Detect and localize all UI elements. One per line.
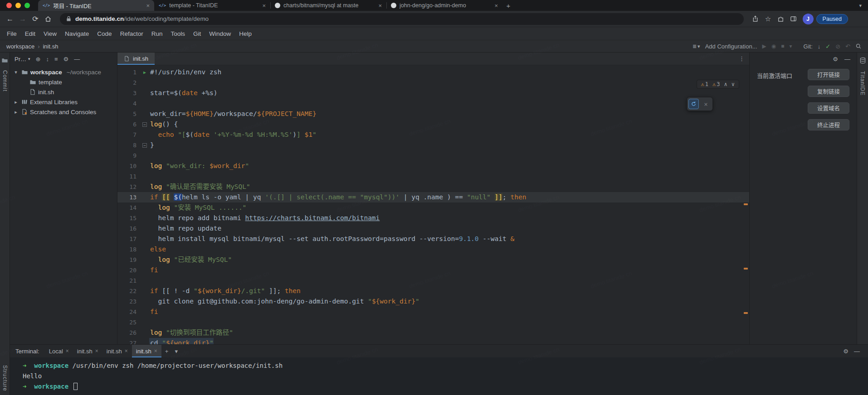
code-line[interactable]: 2: [117, 77, 749, 88]
paused-badge[interactable]: Paused: [816, 14, 848, 24]
database-tool-window-button[interactable]: [859, 57, 866, 64]
close-window-button[interactable]: [6, 3, 12, 8]
commit-tool-window-button[interactable]: Commit: [2, 70, 8, 92]
browser-tab[interactable]: </>项目 - TitanIDE×: [38, 0, 154, 11]
code-line[interactable]: 21: [117, 275, 749, 286]
scrollbar-mark[interactable]: [744, 312, 748, 314]
editor-tab-init-sh[interactable]: init.sh: [117, 53, 155, 65]
code-line[interactable]: 20fi: [117, 265, 749, 275]
browser-tab[interactable]: </>template - TitanIDE×: [154, 0, 270, 11]
terminal-tab[interactable]: Local×: [45, 345, 73, 357]
tree-item-init-sh[interactable]: init.sh: [10, 87, 117, 97]
editor-tab-options-icon[interactable]: ⋮: [739, 55, 745, 62]
chevron-right-icon[interactable]: ▸: [13, 109, 19, 115]
close-tab-icon[interactable]: ×: [66, 348, 69, 354]
run-button[interactable]: ▶: [762, 43, 766, 49]
locate-file-button[interactable]: ⊕: [36, 56, 41, 63]
browser-tab[interactable]: charts/bitnami/mysql at maste×: [270, 0, 386, 11]
panel-settings-button[interactable]: ⚙: [63, 56, 69, 63]
kill-process-button[interactable]: 终止进程: [808, 119, 849, 130]
minimize-window-button[interactable]: [15, 3, 21, 8]
terminal-dropdown-icon[interactable]: ▾: [172, 348, 180, 355]
maximize-window-button[interactable]: [24, 3, 30, 8]
code-line[interactable]: 13if [[ $(helm ls -o yaml | yq '(.[] | s…: [117, 192, 749, 202]
home-button[interactable]: [42, 13, 54, 25]
close-tab-icon[interactable]: ×: [125, 348, 128, 354]
terminal-tab[interactable]: init.sh×: [132, 345, 161, 357]
menu-edit[interactable]: Edit: [21, 27, 39, 40]
close-icon[interactable]: ×: [701, 99, 711, 109]
fold-marker-icon[interactable]: −: [140, 140, 149, 150]
tab-overflow-chevron-icon[interactable]: ▾: [859, 3, 864, 9]
menu-tools[interactable]: Tools: [166, 27, 189, 40]
reload-button[interactable]: ⟳: [29, 13, 42, 25]
menu-view[interactable]: View: [39, 27, 61, 40]
close-tab-icon[interactable]: ×: [494, 2, 498, 9]
debug-button[interactable]: ◉: [771, 43, 776, 49]
tree-item-workspace[interactable]: ▾workspace~/workspace: [10, 67, 117, 77]
search-everywhere-button[interactable]: [855, 43, 862, 49]
menu-navigate[interactable]: Navigate: [61, 27, 93, 40]
close-tab-icon[interactable]: ×: [95, 348, 98, 354]
copy-link-button[interactable]: 复制链接: [808, 86, 849, 97]
terminal-tab[interactable]: init.sh×: [102, 345, 132, 357]
panel-settings-icon[interactable]: ⚙: [833, 56, 838, 63]
menu-file[interactable]: File: [3, 27, 21, 40]
code-line[interactable]: 9: [117, 150, 749, 161]
code-line[interactable]: 19 log "已经安装 MySQL": [117, 255, 749, 265]
close-tab-icon[interactable]: ×: [378, 2, 382, 9]
run-script-icon[interactable]: ▶: [140, 67, 149, 77]
refresh-button[interactable]: [688, 99, 699, 109]
code-line[interactable]: 17 helm install mysql bitnami/mysql --se…: [117, 234, 749, 244]
hide-panel-button[interactable]: —: [74, 56, 80, 63]
more-run-actions-chevron-icon[interactable]: ▾: [790, 43, 792, 49]
menu-code[interactable]: Code: [93, 27, 116, 40]
project-view-selector[interactable]: Pr…▾: [15, 56, 30, 63]
code-line[interactable]: 23 git clone git@github.com:john-deng/go…: [117, 296, 749, 307]
code-line[interactable]: 8−}: [117, 140, 749, 150]
code-line[interactable]: 3start=$(date +%s): [117, 88, 749, 98]
fold-marker-icon[interactable]: −: [140, 119, 149, 130]
code-line[interactable]: 18else: [117, 244, 749, 255]
titanide-tool-window-button[interactable]: TitanIDE: [859, 71, 866, 96]
terminal-tab[interactable]: init.sh×: [73, 345, 102, 357]
scrollbar-mark[interactable]: [744, 268, 748, 270]
tree-item-external-libraries[interactable]: ▸External Libraries: [10, 97, 117, 107]
code-line[interactable]: 6−log() {: [117, 119, 749, 130]
add-configuration-button[interactable]: Add Configuration...: [705, 43, 757, 50]
code-line[interactable]: 12log "确认是否需要安装 MySQL": [117, 182, 749, 192]
scrollbar-mark[interactable]: [744, 203, 748, 205]
git-update-button[interactable]: ↓: [818, 43, 821, 50]
back-button[interactable]: ←: [4, 13, 16, 25]
open-link-button[interactable]: 打开链接: [808, 69, 849, 80]
close-tab-icon[interactable]: ×: [154, 348, 157, 354]
breadcrumb-file[interactable]: init.sh: [43, 43, 58, 50]
stop-button[interactable]: ■: [781, 43, 784, 49]
structure-tool-window-button[interactable]: Structure: [2, 365, 8, 391]
new-terminal-button[interactable]: +: [162, 348, 171, 355]
code-line[interactable]: 11: [117, 171, 749, 182]
minimize-terminal-icon[interactable]: —: [854, 348, 860, 355]
menu-window[interactable]: Window: [205, 27, 235, 40]
share-button[interactable]: [749, 13, 762, 25]
code-line[interactable]: 4: [117, 98, 749, 109]
tree-item-template[interactable]: template: [10, 77, 117, 87]
code-line[interactable]: 25: [117, 317, 749, 328]
code-line[interactable]: 27cd "${work_dir}": [117, 338, 749, 344]
code-line[interactable]: 22if [[ ! -d "${work_dir}/.git" ]]; then: [117, 286, 749, 296]
collapse-all-button[interactable]: ≡: [54, 56, 58, 63]
set-domain-button[interactable]: 设置域名: [808, 102, 849, 114]
forward-button[interactable]: →: [16, 13, 29, 25]
project-tool-window-button[interactable]: [1, 57, 8, 64]
profile-avatar[interactable]: J: [803, 14, 814, 24]
menu-run[interactable]: Run: [147, 27, 167, 40]
code-line[interactable]: 5work_dir=${HOME}/workspace/${PROJECT_NA…: [117, 109, 749, 119]
side-panel-button[interactable]: [787, 13, 800, 25]
browser-tab[interactable]: john-deng/go-admin-demo×: [386, 0, 502, 11]
chevron-down-icon[interactable]: ▾: [13, 69, 19, 75]
menu-git[interactable]: Git: [189, 27, 205, 40]
menu-help[interactable]: Help: [235, 27, 256, 40]
inspections-widget[interactable]: ⚠1 ⚠3 ∧ ∨: [697, 80, 739, 89]
code-line[interactable]: 15 helm repo add bitnami https://charts.…: [117, 213, 749, 223]
extensions-button[interactable]: [775, 13, 787, 25]
